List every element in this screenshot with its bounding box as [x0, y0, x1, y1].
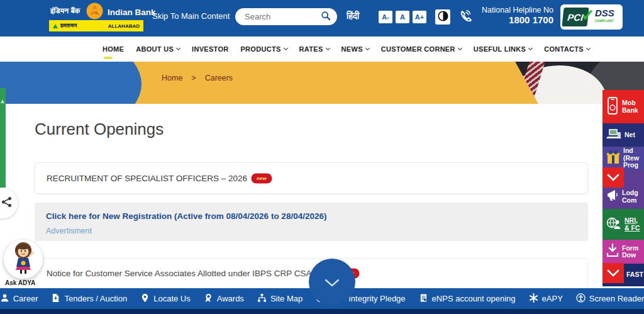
- hindi-language-toggle[interactable]: हिंदी: [347, 11, 359, 21]
- indian-bank-careers-page: इंडियन बैंक Indian Bank इलाहाबाद ALLAHAB…: [0, 0, 644, 314]
- sidebar-label: Form Dow: [622, 245, 638, 259]
- screen-reader-accessibility-icon: [576, 293, 586, 305]
- footer-screen-reader[interactable]: Screen Reader: [576, 293, 644, 305]
- chevron-down-icon: [365, 46, 370, 50]
- quick-links-sidebar: Mob Bank Net Ind (Rew Prog Lodg Com NRI,…: [602, 90, 644, 286]
- footer-locate-us[interactable]: Locate Us: [140, 293, 191, 305]
- nav-home[interactable]: HOME: [103, 45, 124, 53]
- career-icon: [0, 293, 9, 305]
- contrast-toggle[interactable]: [435, 9, 450, 25]
- nav-contacts[interactable]: CONTACTS: [544, 45, 590, 53]
- footer-label: eNPS account opening: [432, 294, 516, 303]
- sidebar-item-ind-rewards[interactable]: Ind (Rew Prog: [602, 147, 644, 170]
- footer-career[interactable]: Career: [0, 293, 38, 305]
- nav-contacts-label: CONTACTS: [544, 45, 584, 53]
- nav-customer-corner[interactable]: CUSTOMER CORNER: [381, 45, 462, 53]
- footer-label: Screen Reader: [589, 294, 644, 303]
- footer-awards[interactable]: Awards: [204, 293, 244, 305]
- pci-check-icon: ✓: [581, 6, 595, 25]
- bottom-navy-strip: [0, 309, 644, 314]
- nav-home-label: HOME: [103, 45, 124, 53]
- breadcrumb-home-link[interactable]: Home: [162, 74, 182, 82]
- nav-useful-links[interactable]: USEFUL LINKS: [474, 45, 532, 53]
- skip-to-main-content-link[interactable]: Skip To Main Content: [152, 11, 230, 21]
- sitemap-icon: [257, 293, 267, 305]
- breadcrumb-current: Careers: [205, 74, 233, 82]
- nav-about-us[interactable]: ABOUT US: [136, 45, 180, 53]
- contrast-icon: [438, 11, 448, 24]
- phone-icon[interactable]: [458, 9, 474, 28]
- globe-user-icon: [606, 216, 621, 233]
- sidebar-item-nri-fc[interactable]: NRI, & FC: [602, 209, 644, 240]
- chevron-down-icon: [284, 46, 288, 50]
- recruitment-card[interactable]: RECRUITMENT OF SPECIALIST OFFICERS – 202…: [35, 162, 588, 194]
- notice-link[interactable]: Notice for Customer Service Associates A…: [47, 269, 332, 278]
- compliant-label: COMPLIANT: [595, 19, 614, 23]
- nav-news-label: NEWS: [341, 45, 363, 53]
- nav-news[interactable]: NEWS: [341, 45, 369, 53]
- allahabad-strip: इलाहाबाद ALLAHABAD: [49, 20, 143, 31]
- sidebar-item-mobile-banking[interactable]: Mob Bank: [602, 90, 644, 123]
- sidebar-scroll-down-button[interactable]: [602, 263, 624, 283]
- share-button[interactable]: [0, 188, 18, 218]
- footer-label: Locate Us: [153, 294, 191, 303]
- footer-label: Career: [13, 294, 38, 303]
- breadcrumb-banner: Home > Careers: [0, 62, 644, 104]
- net-banking-icon: [606, 128, 621, 142]
- sidebar-label: Net: [625, 132, 635, 139]
- nav-rates[interactable]: RATES: [299, 45, 330, 53]
- nav-useful-links-label: USEFUL LINKS: [474, 45, 526, 53]
- font-normal-button[interactable]: A: [396, 11, 409, 23]
- nav-investor[interactable]: INVESTOR: [192, 45, 228, 53]
- footer-site-map[interactable]: Site Map: [257, 293, 303, 305]
- adya-chatbot-button[interactable]: [4, 240, 43, 279]
- green-tab-icon: [1, 99, 4, 103]
- new-registration-link[interactable]: Click here for New Registration (Active …: [46, 211, 326, 221]
- download-icon: [606, 244, 619, 260]
- footer-label: eAPY: [542, 294, 563, 303]
- footer-tenders-auction[interactable]: Tenders / Auction: [51, 293, 127, 305]
- nav-about-us-label: ABOUT US: [136, 45, 174, 53]
- pci-dss-badge: PCI ✓ DSS COMPLIANT: [560, 4, 623, 30]
- chevron-down-icon: [326, 46, 330, 50]
- sidebar-item-net-banking[interactable]: Net: [602, 123, 644, 147]
- search-icon[interactable]: [321, 11, 331, 23]
- sidebar-item-forms-download[interactable]: Form Dow: [602, 240, 644, 264]
- nav-products[interactable]: PRODUCTS: [240, 45, 287, 53]
- map-pin-icon: [140, 293, 150, 305]
- footer-enps-account-opening[interactable]: eNPS account opening: [419, 293, 516, 305]
- sidebar-label: FAST: [626, 271, 643, 279]
- allahabad-english: ALLAHABAD: [108, 23, 140, 29]
- page-title: Current Openings: [35, 120, 164, 139]
- logo-english-text: Indian Bank: [108, 8, 156, 17]
- footer-label: Tenders / Auction: [64, 294, 127, 303]
- nav-investor-label: INVESTOR: [192, 45, 228, 53]
- awards-medal-icon: [204, 293, 213, 305]
- allahabad-triangle-icon: [53, 24, 58, 28]
- adya-avatar: [9, 242, 37, 277]
- nav-customer-corner-label: CUSTOMER CORNER: [381, 45, 455, 53]
- scroll-down-button[interactable]: [309, 259, 355, 305]
- nav-products-label: PRODUCTS: [240, 45, 280, 53]
- search-box[interactable]: [235, 8, 337, 25]
- search-input[interactable]: [245, 12, 321, 21]
- main-navigation: HOME ABOUT US INVESTOR PRODUCTS RATES NE…: [0, 36, 644, 62]
- allahabad-hindi: इलाहाबाद: [60, 23, 108, 29]
- mobile-banking-icon: [606, 96, 619, 118]
- font-increase-button[interactable]: A+: [413, 11, 426, 23]
- indian-bank-logo-icon[interactable]: [86, 3, 103, 20]
- chevron-down-icon: [176, 46, 180, 50]
- advertisement-link[interactable]: Advertisment: [46, 227, 577, 235]
- active-tab-indicator: [104, 57, 113, 59]
- sidebar-label: NRI, & FC: [625, 217, 640, 232]
- eapy-asterisk-icon: [529, 293, 538, 305]
- footer-eapy[interactable]: eAPY: [529, 293, 563, 305]
- left-green-tab[interactable]: [0, 88, 6, 188]
- sidebar-label: Mob Bank: [622, 99, 638, 114]
- font-decrease-button[interactable]: A-: [379, 11, 392, 23]
- chevron-down-icon: [586, 46, 591, 50]
- sidebar-scroll-down-button[interactable]: [602, 167, 624, 188]
- chevron-down-icon: [458, 46, 462, 50]
- chevron-down-icon: [325, 279, 340, 290]
- recruitment-title: RECRUITMENT OF SPECIALIST OFFICERS – 202…: [47, 174, 247, 183]
